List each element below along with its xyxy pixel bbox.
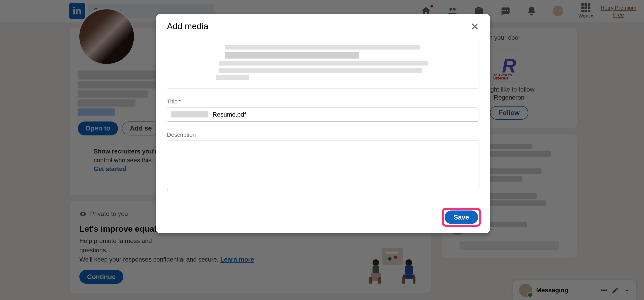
- description-label: Description: [167, 132, 479, 138]
- save-button[interactable]: Save: [445, 210, 478, 224]
- title-input[interactable]: [167, 108, 479, 121]
- add-media-modal: Add media Title* Description Save: [156, 14, 490, 233]
- close-icon[interactable]: [470, 22, 479, 31]
- modal-title: Add media: [167, 21, 208, 31]
- title-label: Title*: [167, 98, 479, 105]
- save-highlight: Save: [442, 208, 481, 227]
- media-preview: [167, 39, 479, 88]
- description-textarea[interactable]: [167, 141, 479, 190]
